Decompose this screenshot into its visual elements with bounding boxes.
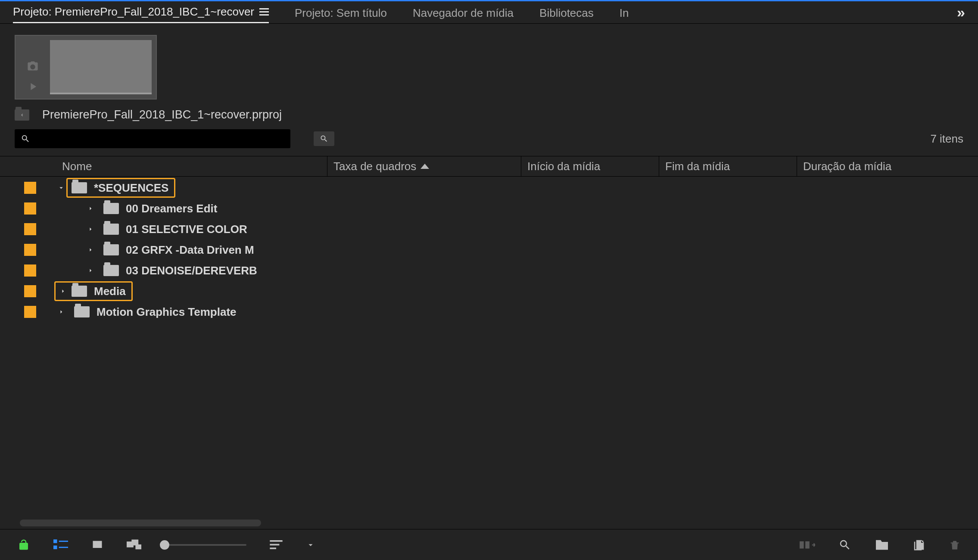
column-label: Duração da mídia <box>803 160 891 173</box>
tab-label: Bibliotecas <box>539 6 594 20</box>
highlighted-bin: Media <box>55 282 132 300</box>
bin-row-grfx[interactable]: 02 GRFX -Data Driven M <box>0 240 978 260</box>
search-bin-icon <box>320 134 328 143</box>
tab-media-browser[interactable]: Navegador de mídia <box>413 6 514 23</box>
panel-menu-icon[interactable] <box>259 8 269 16</box>
new-bin-icon[interactable] <box>875 539 889 551</box>
list-view-icon[interactable] <box>53 539 68 551</box>
item-count: 7 itens <box>930 132 963 146</box>
label-color-swatch[interactable] <box>24 264 36 277</box>
preview-thumbnail[interactable] <box>15 35 157 100</box>
label-color-swatch[interactable] <box>24 182 36 194</box>
bin-label: Motion Graphics Template <box>97 305 237 319</box>
preview-thumbnail-image <box>50 40 152 94</box>
freeform-view-icon[interactable] <box>127 539 141 551</box>
bin-label: Media <box>94 285 126 298</box>
overflow-glyph: » <box>957 4 965 20</box>
search-field[interactable] <box>15 129 290 148</box>
column-name[interactable]: Nome <box>56 156 327 176</box>
svg-rect-11 <box>800 541 804 548</box>
bin-label: 02 GRFX -Data Driven M <box>126 243 254 257</box>
bin-row-sequences[interactable]: *SEQUENCES <box>0 177 978 198</box>
chevron-right-icon[interactable] <box>57 287 69 295</box>
play-icon <box>27 81 39 93</box>
automate-icon <box>800 539 815 551</box>
sort-menu-icon[interactable] <box>270 540 283 550</box>
column-header-row: Nome Taxa de quadros Início da mídia Fim… <box>0 156 978 177</box>
zoom-slider[interactable] <box>165 544 246 546</box>
svg-rect-2 <box>53 545 57 549</box>
bin-row-dreamers[interactable]: 00 Dreamers Edit <box>0 198 978 219</box>
project-path-row: PremierePro_Fall_2018_IBC_1~recover.prpr… <box>0 104 978 129</box>
chevron-right-icon[interactable] <box>84 205 97 212</box>
folder-icon <box>72 286 87 297</box>
svg-rect-7 <box>135 544 141 549</box>
column-media-start[interactable]: Início da mídia <box>521 156 659 176</box>
folder-icon <box>103 224 119 235</box>
label-color-swatch[interactable] <box>24 285 36 297</box>
bottom-toolbar <box>0 529 978 560</box>
svg-rect-1 <box>59 541 68 542</box>
folder-icon <box>103 265 119 276</box>
tab-project-untitled[interactable]: Projeto: Sem título <box>295 6 387 23</box>
find-icon[interactable] <box>838 538 851 551</box>
lock-icon[interactable] <box>17 538 30 551</box>
search-row: 7 itens <box>0 129 978 156</box>
sort-chevron-icon[interactable] <box>306 540 315 550</box>
column-media-end[interactable]: Fim da mídia <box>659 156 797 176</box>
new-item-icon[interactable] <box>913 538 925 551</box>
tab-label: Navegador de mídia <box>413 6 514 20</box>
sort-ascending-icon <box>420 164 429 169</box>
panel-tabs: Projeto: PremierePro_Fall_2018_IBC_1~rec… <box>0 1 978 24</box>
search-icon <box>21 134 30 143</box>
tab-project-recover[interactable]: Projeto: PremierePro_Fall_2018_IBC_1~rec… <box>13 5 269 23</box>
icon-view-icon[interactable] <box>91 539 103 551</box>
camera-icon <box>27 60 39 72</box>
up-folder-icon[interactable] <box>15 109 29 121</box>
svg-rect-12 <box>805 541 810 548</box>
project-filename: PremierePro_Fall_2018_IBC_1~recover.prpr… <box>42 108 282 121</box>
bin-label: 01 SELECTIVE COLOR <box>126 223 247 236</box>
scrollbar-thumb[interactable] <box>20 520 261 526</box>
svg-rect-10 <box>270 548 276 549</box>
tab-label: Projeto: Sem título <box>295 6 387 20</box>
chevron-right-icon[interactable] <box>84 225 97 233</box>
search-input[interactable] <box>34 133 284 145</box>
folder-icon <box>103 244 119 255</box>
label-color-swatch[interactable] <box>24 244 36 256</box>
folder-icon <box>72 182 87 193</box>
column-frame-rate[interactable]: Taxa de quadros <box>327 156 521 176</box>
tab-label: In <box>620 6 629 20</box>
label-color-swatch[interactable] <box>24 306 36 318</box>
bin-row-denoise[interactable]: 03 DENOISE/DEREVERB <box>0 260 978 281</box>
tabs-overflow-button[interactable]: » <box>957 4 965 23</box>
project-bin-tree[interactable]: *SEQUENCES 00 Dreamers Edit 01 SELECTIVE… <box>0 177 978 529</box>
chevron-right-icon[interactable] <box>84 246 97 254</box>
svg-rect-4 <box>93 541 102 548</box>
column-label: Fim da mídia <box>665 160 730 173</box>
chevron-right-icon[interactable] <box>55 308 67 316</box>
highlighted-bin: *SEQUENCES <box>67 179 174 197</box>
new-search-bin-button[interactable] <box>314 131 334 146</box>
bin-label: 00 Dreamers Edit <box>126 202 217 215</box>
chevron-down-icon[interactable] <box>55 184 67 192</box>
label-color-swatch[interactable] <box>24 202 36 215</box>
tab-label: Projeto: PremierePro_Fall_2018_IBC_1~rec… <box>13 5 254 19</box>
column-media-duration[interactable]: Duração da mídia <box>797 156 978 176</box>
bin-row-media[interactable]: Media <box>0 281 978 302</box>
folder-icon <box>103 203 119 214</box>
column-label: Nome <box>62 160 92 173</box>
tab-libraries[interactable]: Bibliotecas <box>539 6 594 23</box>
bin-row-selective-color[interactable]: 01 SELECTIVE COLOR <box>0 219 978 240</box>
bin-label: *SEQUENCES <box>94 181 168 195</box>
bin-row-mogrt[interactable]: Motion Graphics Template <box>0 302 978 322</box>
svg-rect-8 <box>270 540 282 542</box>
chevron-right-icon[interactable] <box>84 267 97 274</box>
folder-icon <box>74 306 90 317</box>
column-label: Taxa de quadros <box>333 160 416 173</box>
svg-rect-0 <box>53 539 57 543</box>
horizontal-scrollbar[interactable] <box>20 520 978 526</box>
label-color-swatch[interactable] <box>24 223 36 235</box>
svg-rect-9 <box>270 544 279 545</box>
tab-truncated[interactable]: In <box>620 6 629 23</box>
